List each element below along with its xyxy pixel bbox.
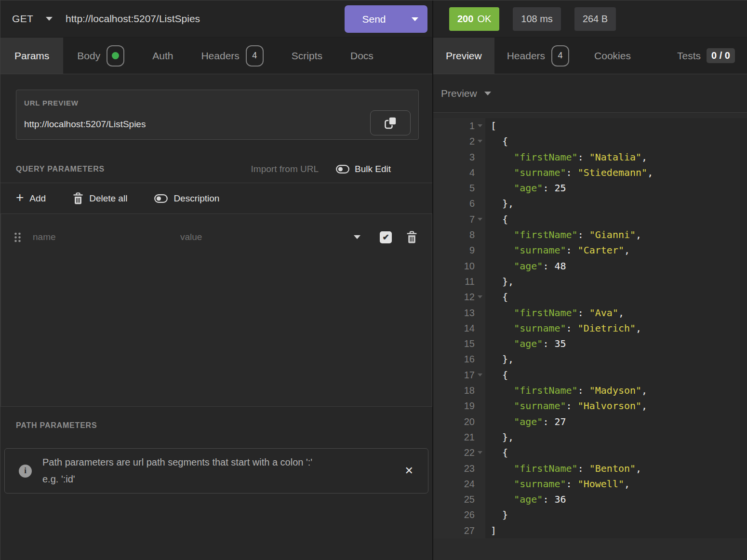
drag-handle[interactable] xyxy=(13,232,22,243)
param-options-caret-icon[interactable] xyxy=(354,235,360,239)
param-value-input[interactable] xyxy=(180,232,354,242)
line-number: 6 xyxy=(469,196,475,211)
code-line: 15 "age": 35 xyxy=(433,336,747,351)
url-preview-label: URL PREVIEW xyxy=(24,99,79,107)
code-line: 11 }, xyxy=(433,274,747,289)
code-line: 22 { xyxy=(433,445,747,460)
tab-label: Preview xyxy=(446,50,482,62)
code-line: 24 "surname": "Howell", xyxy=(433,476,747,492)
tab-headers[interactable]: Headers4 xyxy=(187,38,277,74)
code-line: 19 "surname": "Halvorson", xyxy=(433,398,747,413)
tab-params[interactable]: Params xyxy=(0,38,63,74)
line-number: 19 xyxy=(464,398,475,413)
line-number: 13 xyxy=(464,305,475,320)
code-line: 25 "age": 36 xyxy=(433,492,747,507)
gutter: 8 xyxy=(433,227,485,242)
import-from-url-button[interactable]: Import from URL xyxy=(251,164,319,174)
param-name-input[interactable] xyxy=(33,232,180,242)
tab-label: Docs xyxy=(350,50,374,62)
trash-icon xyxy=(73,192,83,205)
tab-preview[interactable]: Preview xyxy=(433,38,494,74)
response-meta-bar: 200 OK 108 ms 264 B xyxy=(433,0,747,38)
line-number: 3 xyxy=(469,149,475,165)
delete-param-button[interactable] xyxy=(406,231,417,244)
gutter: 17 xyxy=(433,367,485,383)
code-content: "firstName": "Benton", xyxy=(485,461,747,476)
tab-docs[interactable]: Docs xyxy=(336,38,387,74)
line-number: 8 xyxy=(469,227,475,242)
tab-label: Scripts xyxy=(292,50,322,62)
gutter: 26 xyxy=(433,507,485,522)
code-line: 12 { xyxy=(433,289,747,305)
query-parameters-heading: QUERY PARAMETERS xyxy=(16,165,105,173)
gutter: 27 xyxy=(433,523,485,538)
toggle-icon xyxy=(154,194,168,203)
fold-caret-icon[interactable] xyxy=(478,218,482,221)
tab-label: Params xyxy=(14,50,49,62)
code-line: 8 "firstName": "Gianni", xyxy=(433,227,747,242)
delete-all-params-button[interactable]: Delete all xyxy=(73,192,127,205)
gutter: 21 xyxy=(433,429,485,445)
tab-headers[interactable]: Headers4 xyxy=(494,38,582,74)
line-number: 27 xyxy=(464,523,475,538)
tab-label: Cookies xyxy=(594,50,631,62)
tab-body[interactable]: Body xyxy=(63,38,138,74)
code-content: } xyxy=(485,507,747,522)
code-content: "surname": "Dietrich", xyxy=(485,320,747,336)
add-param-button[interactable]: + Add xyxy=(16,192,46,204)
close-icon[interactable]: ✕ xyxy=(405,465,414,477)
tab-label: Auth xyxy=(152,50,173,62)
tests-counter-badge: 0 / 0 xyxy=(707,48,735,63)
code-content: { xyxy=(485,289,747,305)
fold-caret-icon[interactable] xyxy=(478,373,482,376)
line-number: 16 xyxy=(464,351,475,367)
tab-auth[interactable]: Auth xyxy=(138,38,187,74)
code-line: 27] xyxy=(433,523,747,538)
send-options-caret-icon[interactable] xyxy=(412,17,418,21)
param-row: ✔ xyxy=(1,214,432,260)
send-button[interactable]: Send xyxy=(345,5,427,33)
copy-url-button[interactable] xyxy=(370,110,411,135)
code-content: { xyxy=(485,212,747,227)
fold-caret-icon[interactable] xyxy=(478,140,482,143)
code-content: { xyxy=(485,445,747,460)
line-number: 20 xyxy=(464,414,475,429)
gutter: 5 xyxy=(433,180,485,196)
line-number: 26 xyxy=(464,507,475,522)
tab-label: Headers xyxy=(507,50,545,62)
fold-caret-icon[interactable] xyxy=(478,295,482,298)
count-badge: 4 xyxy=(246,45,264,67)
gutter: 19 xyxy=(433,398,485,413)
path-parameters-heading: PATH PARAMETERS xyxy=(16,421,97,429)
tab-label: Body xyxy=(77,50,100,62)
gutter: 15 xyxy=(433,336,485,351)
param-enabled-checkbox[interactable]: ✔ xyxy=(380,231,392,243)
preview-mode-selector[interactable]: Preview xyxy=(433,74,747,113)
tab-scripts[interactable]: Scripts xyxy=(278,38,336,74)
line-number: 24 xyxy=(464,476,475,492)
path-parameters-section: PATH PARAMETERS xyxy=(0,407,432,448)
code-content: "surname": "Carter", xyxy=(485,242,747,258)
gutter: 18 xyxy=(433,383,485,398)
tab-tests[interactable]: Tests0 / 0 xyxy=(665,38,747,74)
line-number: 7 xyxy=(469,212,475,227)
code-line: 1[ xyxy=(433,118,747,133)
gutter: 22 xyxy=(433,445,485,460)
gutter: 24 xyxy=(433,476,485,492)
method-selector[interactable]: GET xyxy=(12,13,33,25)
tab-label: Headers xyxy=(201,50,239,62)
response-size-badge: 264 B xyxy=(574,7,616,31)
description-toggle[interactable]: Description xyxy=(154,193,219,204)
fold-caret-icon[interactable] xyxy=(478,124,482,127)
code-line: 17 { xyxy=(433,367,747,383)
count-badge: 4 xyxy=(551,45,569,67)
code-line: 9 "surname": "Carter", xyxy=(433,242,747,258)
bulk-edit-toggle[interactable]: Bulk Edit xyxy=(336,164,391,174)
line-number: 18 xyxy=(464,383,475,398)
code-line: 14 "surname": "Dietrich", xyxy=(433,320,747,336)
method-dropdown-caret-icon[interactable] xyxy=(46,17,53,21)
url-input[interactable]: http://localhost:5207/ListSpies xyxy=(66,13,200,25)
gutter: 1 xyxy=(433,118,485,133)
fold-caret-icon[interactable] xyxy=(478,451,482,454)
tab-cookies[interactable]: Cookies xyxy=(582,38,643,74)
